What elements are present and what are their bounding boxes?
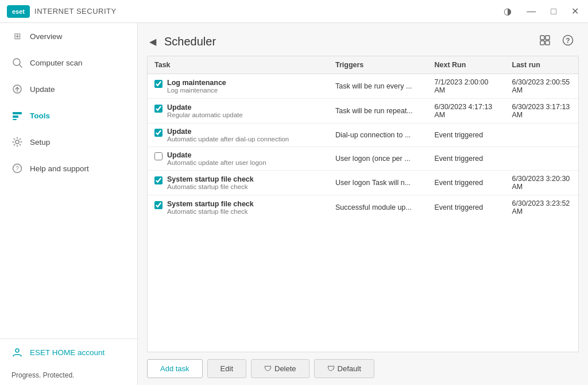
last-run-cell-0: 6/30/2023 2:00:55 AM (505, 74, 579, 99)
svg-rect-6 (13, 119, 17, 120)
sidebar-item-setup[interactable]: Setup (0, 129, 137, 155)
table-row: Update Automatic update after user logon… (148, 147, 578, 171)
help-icon: ? (11, 163, 23, 174)
last-run-cell-4: 6/30/2023 3:20:30 AM (505, 171, 579, 195)
task-cell-0: Log maintenance Log maintenance (148, 74, 328, 99)
close-button[interactable]: ✕ (569, 5, 581, 18)
default-shield-icon: 🛡 (327, 364, 335, 373)
contrast-button[interactable]: ◑ (501, 5, 514, 18)
sidebar: ⊞ Overview Computer scan Update (0, 23, 138, 385)
trigger-cell-1: Task will be run repeat... (328, 99, 428, 124)
content-area: ◀ Scheduler ? (138, 23, 588, 385)
sidebar-item-overview[interactable]: ⊞ Overview (0, 23, 137, 49)
page-title: Scheduler (164, 35, 216, 48)
content-header: ◀ Scheduler ? (138, 23, 588, 56)
eset-home-icon (11, 346, 23, 358)
task-name-2: Update (167, 128, 289, 136)
sidebar-item-help-label: Help and support (30, 164, 89, 173)
trigger-cell-0: Task will be run every ... (328, 74, 428, 99)
task-cell-1: Update Regular automatic update (148, 99, 328, 124)
sidebar-item-computer-scan[interactable]: Computer scan (0, 49, 137, 76)
trigger-cell-5: Successful module up... (328, 195, 428, 220)
svg-rect-12 (546, 36, 550, 40)
sidebar-item-tools[interactable]: Tools (0, 102, 137, 129)
task-desc-3: Automatic update after user logon (167, 159, 266, 166)
titlebar-controls: ◑ — □ ✕ (501, 5, 581, 18)
tools-icon (11, 110, 23, 121)
svg-point-0 (13, 59, 20, 66)
task-checkbox-1[interactable] (154, 105, 163, 113)
next-run-cell-4: Event triggered (428, 171, 505, 195)
grid-view-button[interactable] (536, 33, 554, 50)
update-icon (11, 83, 23, 95)
task-checkbox-4[interactable] (154, 176, 163, 184)
svg-line-1 (20, 65, 22, 67)
trigger-cell-3: User logon (once per ... (328, 147, 428, 171)
col-next-run: Next Run (428, 56, 505, 74)
sidebar-item-computer-scan-label: Computer scan (30, 59, 83, 67)
last-run-cell-2 (505, 124, 579, 147)
col-task: Task (148, 56, 328, 74)
svg-rect-5 (13, 116, 18, 118)
task-checkbox-3[interactable] (154, 152, 163, 160)
last-run-cell-1: 6/30/2023 3:17:13 AM (505, 99, 579, 124)
svg-text:?: ? (566, 37, 570, 45)
sidebar-item-update[interactable]: Update (0, 76, 137, 102)
scheduler-table: Task Triggers Next Run Last run Log main… (147, 56, 579, 352)
task-desc-0: Log maintenance (167, 87, 226, 94)
svg-rect-14 (546, 41, 550, 45)
next-run-cell-1: 6/30/2023 4:17:13 AM (428, 99, 505, 124)
edit-button[interactable]: Edit (207, 359, 246, 378)
svg-text:?: ? (16, 165, 19, 172)
titlebar-left: eset INTERNET SECURITY (7, 5, 117, 18)
sidebar-bottom: ESET HOME account (0, 338, 137, 365)
task-cell-4: System startup file check Automatic star… (148, 171, 328, 195)
last-run-cell-5: 6/30/2023 3:23:52 AM (505, 195, 579, 220)
sidebar-item-eset-home-label: ESET HOME account (30, 348, 105, 357)
back-button[interactable]: ◀ (147, 36, 158, 47)
bottom-toolbar: Add task Edit 🛡 Delete 🛡 Default (138, 352, 588, 385)
delete-button[interactable]: 🛡 Delete (251, 359, 310, 378)
task-checkbox-2[interactable] (154, 129, 163, 137)
task-checkbox-0[interactable] (154, 80, 163, 88)
sidebar-item-eset-home[interactable]: ESET HOME account (0, 339, 137, 365)
sidebar-item-overview-label: Overview (30, 32, 62, 41)
delete-label: Delete (274, 364, 296, 373)
trigger-cell-4: User logon Task will n... (328, 171, 428, 195)
status-text: Progress. Protected. (11, 371, 74, 379)
task-name-4: System startup file check (167, 175, 254, 183)
task-desc-2: Automatic update after dial-up connectio… (167, 136, 289, 143)
app-title: INTERNET SECURITY (34, 7, 117, 16)
task-name-5: System startup file check (167, 200, 254, 208)
next-run-cell-5: Event triggered (428, 195, 505, 220)
sidebar-item-tools-label: Tools (30, 111, 50, 120)
task-desc-5: Automatic startup file check (167, 208, 254, 215)
eset-logo: eset (7, 5, 30, 18)
svg-rect-11 (540, 36, 544, 40)
task-name-1: Update (167, 103, 243, 111)
maximize-button[interactable]: □ (548, 5, 559, 18)
task-name-0: Log maintenance (167, 79, 226, 87)
task-cell-5: System startup file check Automatic star… (148, 195, 328, 220)
col-triggers: Triggers (328, 56, 428, 74)
task-checkbox-5[interactable] (154, 201, 163, 209)
svg-point-10 (16, 349, 19, 352)
delete-shield-icon: 🛡 (264, 364, 272, 373)
overview-icon: ⊞ (11, 30, 23, 42)
task-desc-4: Automatic startup file check (167, 183, 254, 190)
minimize-button[interactable]: — (524, 5, 538, 18)
computer-scan-icon (11, 57, 23, 68)
next-run-cell-2: Event triggered (428, 124, 505, 147)
content-header-right: ? (536, 33, 577, 50)
task-cell-2: Update Automatic update after dial-up co… (148, 124, 328, 147)
table-row: System startup file check Automatic star… (148, 171, 578, 195)
status-bar: Progress. Protected. (0, 365, 137, 385)
task-desc-1: Regular automatic update (167, 111, 243, 118)
svg-point-7 (16, 140, 19, 144)
setup-icon (11, 136, 23, 148)
sidebar-item-help-support[interactable]: ? Help and support (0, 155, 137, 182)
add-task-button[interactable]: Add task (147, 359, 203, 378)
content-header-left: ◀ Scheduler (147, 35, 216, 48)
help-button[interactable]: ? (559, 33, 577, 50)
default-button[interactable]: 🛡 Default (314, 359, 374, 378)
